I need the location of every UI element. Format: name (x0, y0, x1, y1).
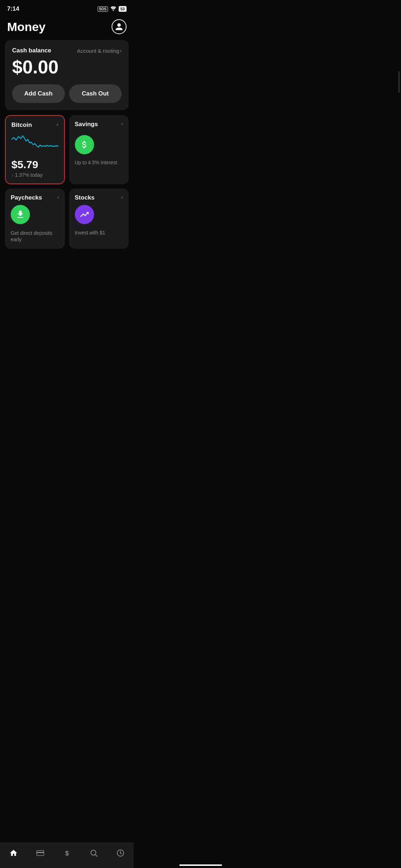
battery-badge: 53 (119, 6, 127, 12)
profile-button[interactable] (112, 19, 127, 34)
paychecks-card-header: Paychecks › (11, 194, 59, 201)
paychecks-icon (11, 205, 30, 224)
stocks-card[interactable]: Stocks › Invest with $1 (69, 188, 129, 248)
paychecks-card-chevron: › (57, 194, 59, 200)
status-icons: SOS 53 (98, 6, 127, 12)
paychecks-description: Get direct deposits early (11, 230, 59, 243)
profile-icon (115, 22, 123, 31)
bitcoin-chart (11, 132, 58, 154)
add-cash-button[interactable]: Add Cash (12, 84, 65, 103)
cash-buttons: Add Cash Cash Out (12, 84, 122, 103)
trending-up-icon (79, 210, 89, 219)
bitcoin-change-value: 1.37% today (15, 172, 43, 178)
download-icon (15, 210, 25, 219)
status-time: 7:14 (7, 5, 19, 12)
cash-balance-card: Cash balance Account & routing › $0.00 A… (5, 40, 129, 110)
wifi-icon (110, 6, 117, 12)
header: Money (0, 16, 134, 40)
cash-balance-label: Cash balance (12, 47, 51, 54)
account-routing-chevron: › (120, 48, 122, 53)
cash-amount: $0.00 (12, 57, 122, 77)
bitcoin-change: ↓ 1.37% today (11, 172, 58, 178)
savings-card-title: Savings (75, 121, 98, 128)
stocks-card-chevron: › (121, 194, 123, 200)
savings-card-chevron: › (121, 121, 123, 126)
bitcoin-amount: $5.79 (11, 159, 58, 171)
bitcoin-card-header: Bitcoin › (11, 122, 58, 129)
account-routing-link[interactable]: Account & routing › (77, 48, 122, 54)
page-title: Money (7, 20, 46, 34)
cash-out-button[interactable]: Cash Out (69, 84, 122, 103)
savings-card-header: Savings › (75, 121, 123, 128)
sos-badge: SOS (98, 6, 108, 12)
stocks-description: Invest with $1 (75, 230, 123, 236)
paychecks-card[interactable]: Paychecks › Get direct deposits early (5, 188, 65, 248)
bitcoin-card[interactable]: Bitcoin › $5.79 ↓ 1.37% today (5, 115, 65, 184)
account-routing-text: Account & routing (77, 48, 119, 54)
savings-description: Up to 4.5% interest (75, 159, 123, 166)
down-arrow-icon: ↓ (11, 172, 14, 177)
stocks-icon (75, 205, 94, 224)
bitcoin-card-title: Bitcoin (11, 122, 32, 129)
svg-point-0 (113, 10, 114, 11)
status-bar: 7:14 SOS 53 (0, 0, 134, 16)
savings-card[interactable]: Savings › Up to 4.5% interest (69, 115, 129, 184)
cash-balance-header: Cash balance Account & routing › (12, 47, 122, 54)
dollar-circle-icon (79, 140, 89, 150)
bitcoin-card-chevron: › (57, 122, 58, 127)
paychecks-card-title: Paychecks (11, 194, 42, 201)
savings-icon (75, 135, 94, 154)
cards-grid: Bitcoin › $5.79 ↓ 1.37% today Savings › … (5, 115, 129, 248)
stocks-card-header: Stocks › (75, 194, 123, 201)
stocks-card-title: Stocks (75, 194, 95, 201)
